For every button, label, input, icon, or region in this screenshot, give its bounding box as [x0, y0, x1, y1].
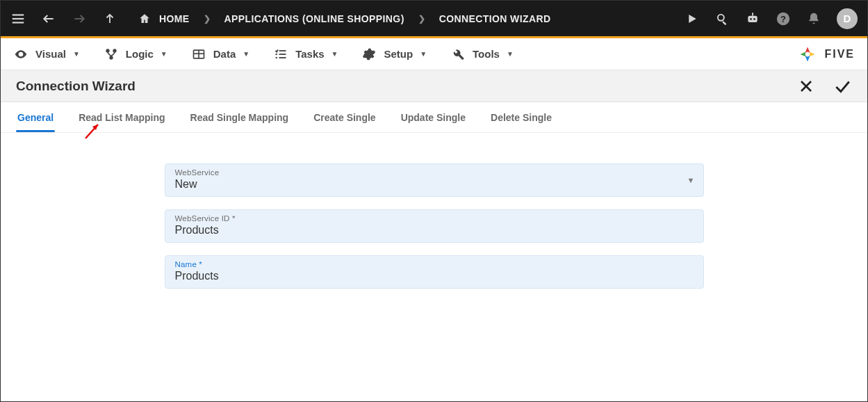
brand-mark-icon: [798, 45, 817, 64]
svg-text:?: ?: [780, 13, 786, 24]
menu-visual[interactable]: Visual ▼: [13, 47, 80, 62]
svg-point-10: [750, 18, 752, 20]
list-icon: [273, 47, 288, 62]
menu-visual-label: Visual: [35, 48, 66, 60]
svg-point-19: [110, 56, 113, 59]
brand-label: FIVE: [824, 48, 855, 61]
name-value: Products: [175, 268, 694, 282]
webservice-id-label: WebService ID *: [175, 214, 694, 223]
svg-marker-29: [810, 51, 815, 56]
menu-tools[interactable]: Tools ▼: [450, 47, 514, 62]
chevron-down-icon: ▼: [331, 50, 338, 58]
svg-marker-31: [801, 51, 806, 56]
chevron-down-icon: ▼: [687, 176, 695, 184]
help-icon[interactable]: ?: [776, 11, 791, 26]
tab-read-single-mapping[interactable]: Read Single Mapping: [189, 104, 290, 131]
forward-icon: [72, 11, 87, 26]
bot-icon[interactable]: [745, 11, 760, 26]
parent-icon[interactable]: [102, 11, 117, 26]
page-title: Connection Wizard: [16, 79, 136, 94]
breadcrumb-applications-label: APPLICATIONS (ONLINE SHOPPING): [224, 13, 404, 24]
save-button[interactable]: [833, 77, 852, 96]
tabs: General Read List Mapping Read Single Ma…: [1, 102, 867, 133]
name-field[interactable]: Name * Products: [165, 255, 704, 289]
menu-tasks-label: Tasks: [295, 48, 324, 60]
tab-update-single-label: Update Single: [401, 112, 466, 123]
tab-read-list-mapping-label: Read List Mapping: [79, 112, 165, 123]
menu-tools-label: Tools: [473, 48, 500, 60]
svg-point-17: [106, 49, 109, 52]
avatar[interactable]: D: [837, 8, 858, 29]
svg-point-18: [113, 49, 116, 52]
home-icon: [137, 11, 152, 26]
hamburger-icon[interactable]: [10, 11, 26, 26]
name-label: Name *: [175, 260, 694, 268]
brand-logo: FIVE: [798, 45, 855, 64]
tab-delete-single-label: Delete Single: [491, 112, 552, 123]
svg-marker-30: [805, 56, 810, 61]
tab-general[interactable]: General: [16, 104, 55, 131]
tab-update-single[interactable]: Update Single: [400, 104, 467, 131]
menu-logic-label: Logic: [126, 48, 154, 60]
webservice-dropdown[interactable]: WebService New ▼: [165, 163, 704, 197]
svg-rect-9: [748, 15, 757, 22]
menu-tasks[interactable]: Tasks ▼: [273, 47, 338, 62]
topbar: HOME ❯ APPLICATIONS (ONLINE SHOPPING) ❯ …: [1, 1, 867, 38]
gear-icon: [361, 47, 377, 62]
tab-read-list-mapping[interactable]: Read List Mapping: [77, 104, 166, 131]
form-area: WebService New ▼ WebService ID * Product…: [1, 133, 867, 289]
check-icon: [833, 77, 851, 95]
cancel-button[interactable]: [796, 77, 816, 96]
tab-create-single[interactable]: Create Single: [312, 104, 377, 131]
tab-delete-single[interactable]: Delete Single: [489, 104, 553, 131]
breadcrumb-home[interactable]: HOME: [137, 11, 190, 26]
menu-data-label: Data: [213, 48, 236, 60]
menu-logic[interactable]: Logic ▼: [104, 47, 167, 62]
menu-data[interactable]: Data ▼: [191, 47, 249, 62]
play-icon[interactable]: [684, 11, 699, 26]
chevron-right-icon: ❯: [418, 14, 425, 24]
table-icon: [191, 47, 206, 62]
tab-create-single-label: Create Single: [313, 112, 375, 123]
breadcrumb: HOME ❯ APPLICATIONS (ONLINE SHOPPING) ❯ …: [137, 11, 551, 26]
eye-icon: [13, 47, 28, 62]
breadcrumb-applications[interactable]: APPLICATIONS (ONLINE SHOPPING): [224, 13, 404, 24]
search-icon[interactable]: [714, 11, 730, 26]
bell-icon[interactable]: [806, 11, 821, 26]
webservice-value: New: [175, 177, 694, 191]
svg-point-13: [752, 13, 753, 14]
page-header: Connection Wizard: [1, 70, 867, 102]
svg-point-16: [19, 53, 22, 55]
tab-general-label: General: [17, 112, 54, 123]
breadcrumb-home-label: HOME: [159, 13, 190, 24]
webservice-id-field[interactable]: WebService ID * Products: [165, 209, 704, 243]
svg-marker-28: [805, 47, 810, 52]
chevron-right-icon: ❯: [204, 14, 211, 24]
svg-point-7: [719, 15, 723, 19]
menu-setup[interactable]: Setup ▼: [361, 47, 427, 62]
breadcrumb-connection-wizard-label: CONNECTION WIZARD: [439, 13, 551, 24]
webservice-label: WebService: [175, 168, 694, 177]
avatar-initial: D: [844, 13, 851, 24]
tools-icon: [450, 47, 466, 62]
chevron-down-icon: ▼: [243, 50, 249, 58]
chevron-down-icon: ▼: [161, 50, 167, 58]
tab-read-single-mapping-label: Read Single Mapping: [190, 112, 289, 123]
back-icon[interactable]: [41, 11, 56, 26]
breadcrumb-connection-wizard[interactable]: CONNECTION WIZARD: [439, 13, 551, 24]
branch-icon: [104, 47, 119, 62]
menu-setup-label: Setup: [384, 48, 413, 60]
menubar: Visual ▼ Logic ▼ Data ▼ Tasks ▼: [1, 38, 867, 70]
svg-point-11: [753, 18, 755, 20]
close-icon: [798, 78, 814, 95]
webservice-id-value: Products: [175, 223, 694, 236]
chevron-down-icon: ▼: [507, 50, 514, 58]
chevron-down-icon: ▼: [73, 50, 80, 58]
svg-rect-8: [722, 21, 726, 25]
chevron-down-icon: ▼: [420, 50, 427, 58]
